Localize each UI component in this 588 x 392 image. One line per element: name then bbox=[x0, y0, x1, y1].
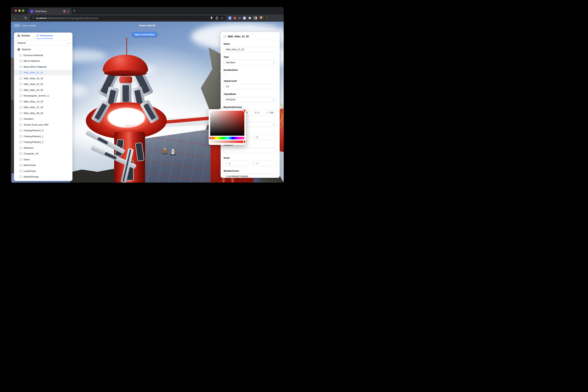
double-sided-checkbox[interactable] bbox=[224, 73, 227, 76]
scale-x-input[interactable]: X 1 bbox=[224, 161, 249, 166]
extensions-puzzle-icon[interactable] bbox=[248, 16, 252, 20]
window-controls bbox=[15, 10, 24, 12]
panel-tabs: Scenes Resources bbox=[14, 32, 72, 39]
name-input[interactable]: Wall_Atlas_01_ID bbox=[224, 47, 277, 52]
resource-type-value: Material bbox=[18, 42, 26, 44]
type-select[interactable]: Standard bbox=[224, 60, 277, 65]
minimize-window-button[interactable] bbox=[18, 10, 20, 12]
site-info-icon[interactable]: ⓘ bbox=[32, 16, 34, 20]
material-list-item[interactable]: Emissive Material bbox=[14, 52, 72, 58]
new-tab-button[interactable]: + bbox=[73, 9, 76, 12]
saturation-value-area[interactable] bbox=[210, 111, 244, 136]
material-list-item[interactable]: Windows bbox=[14, 145, 72, 151]
material-circle-icon bbox=[20, 176, 22, 178]
hue-handle[interactable] bbox=[209, 136, 212, 140]
material-circle-icon bbox=[20, 77, 22, 80]
material-list-item[interactable]: FantasyPlants4_1 bbox=[14, 134, 72, 139]
channel-value: 0 bbox=[258, 112, 259, 114]
material-list-item[interactable]: MarsPortal bbox=[14, 162, 72, 168]
browser-tab[interactable]: ∞ Third Room ✕ bbox=[28, 8, 72, 14]
material-list-item[interactable]: WebXRPortal bbox=[14, 174, 72, 180]
material-item-label: Black Mirror Material bbox=[24, 66, 46, 68]
material-list-item[interactable]: Wall_Atlas_03_ID bbox=[14, 76, 72, 82]
field-double-sided: DoubleSided bbox=[224, 69, 277, 76]
material-list-item[interactable]: FantasyPlants4_S bbox=[14, 128, 72, 134]
profile-avatar[interactable] bbox=[259, 16, 263, 20]
material-list-item[interactable]: Wall_Atlas_06_ID bbox=[14, 110, 72, 116]
tab-resources[interactable]: Resources bbox=[36, 33, 53, 39]
tower-antenna bbox=[126, 38, 127, 56]
offset-y-input[interactable]: Y 0 bbox=[251, 134, 277, 140]
close-window-button[interactable] bbox=[15, 10, 17, 12]
back-icon[interactable]: ← bbox=[12, 16, 18, 20]
chevron-down-icon bbox=[273, 62, 275, 63]
material-circle-icon bbox=[20, 112, 22, 114]
material-tree-root[interactable]: Material bbox=[14, 46, 72, 52]
field-name: Name Wall_Atlas_01_ID bbox=[224, 43, 277, 52]
rgba-channel-input[interactable]: A 100 bbox=[265, 110, 276, 115]
reload-icon[interactable]: ↻ bbox=[23, 16, 28, 20]
microphone-icon[interactable] bbox=[210, 16, 213, 20]
material-item-label: Glass bbox=[24, 158, 30, 161]
material-list-item[interactable]: FantasyPlants4_2 bbox=[14, 139, 72, 145]
material-list-item[interactable]: Numbers bbox=[14, 116, 72, 122]
saturation-handle[interactable] bbox=[243, 109, 246, 112]
url-bar[interactable]: ⓘ localhost:3000/world/!vjrzmTVOcyIsLgaA… bbox=[30, 16, 226, 20]
share-icon[interactable] bbox=[216, 16, 218, 20]
url-path: :3000/world/!vjrzmTVOcyIsLgaAkA:call.ems… bbox=[46, 17, 98, 20]
material-list-item[interactable]: Wall_Atlas_04_ID bbox=[14, 87, 72, 93]
material-item-label: Terrain Rock only URP bbox=[24, 123, 49, 126]
material-list-item[interactable]: LeonPortal bbox=[14, 168, 72, 174]
material-tree-root-label: Material bbox=[22, 48, 31, 51]
material-item-label: Mirror Material bbox=[24, 60, 40, 62]
reader-extension-icon[interactable] bbox=[243, 16, 246, 20]
scale-y-input[interactable]: Y 1 bbox=[251, 161, 277, 166]
material-list-item[interactable]: Computer_03 bbox=[14, 151, 72, 157]
chevron-down-icon bbox=[68, 42, 69, 44]
material-item-label: LeonPortal bbox=[24, 170, 36, 172]
y-prefix: Y bbox=[254, 162, 255, 165]
red-diamond-extension-icon[interactable] bbox=[233, 16, 236, 20]
open-script-editor-button[interactable]: Open Script Editor bbox=[132, 32, 158, 37]
tab-scenes[interactable]: Scenes bbox=[17, 32, 30, 38]
bookmark-star-icon[interactable]: ☆ bbox=[221, 16, 224, 20]
alpha-handle[interactable] bbox=[243, 140, 246, 143]
hue-slider[interactable] bbox=[210, 137, 244, 139]
rgba-channel-input[interactable]: B 0 bbox=[253, 110, 265, 115]
material-list-item[interactable]: Wall_Atlas_01_ID bbox=[14, 70, 72, 76]
metallic-input[interactable]: 0.5419999957084656 bbox=[224, 174, 277, 178]
material-list-item[interactable]: Rectangular_Screen_C bbox=[14, 93, 72, 99]
alpha-mode-select[interactable]: OPAQUE bbox=[224, 97, 277, 102]
side-panel-icon[interactable] bbox=[254, 17, 257, 19]
zoom-window-button[interactable] bbox=[22, 10, 24, 12]
material-circle-icon bbox=[20, 100, 22, 103]
x-prefix: X bbox=[226, 162, 227, 165]
material-list-item[interactable]: Wall_Atlas_13_ID bbox=[14, 99, 72, 104]
tab-close-icon[interactable]: ✕ bbox=[67, 10, 70, 13]
channel-letter: B bbox=[255, 112, 257, 114]
material-list-item[interactable]: Wall_Atlas_07_ID bbox=[14, 104, 72, 110]
3d-viewport[interactable]: ESC Open Overlay Home World 0 Notificati… bbox=[11, 22, 284, 182]
material-list-item[interactable]: Terrain Rock only URP bbox=[14, 122, 72, 128]
notifications-label[interactable]: 0 Notifications bbox=[260, 24, 275, 27]
browser-menu-icon[interactable]: ⋮ bbox=[266, 16, 268, 20]
material-circle-icon bbox=[20, 94, 22, 97]
url-host: localhost bbox=[36, 17, 46, 20]
browser-toolbar: ← → ↻ ⓘ localhost:3000/world/!vjrzmTVOcy… bbox=[11, 14, 284, 22]
material-list-item[interactable]: Mirror Material bbox=[14, 58, 72, 64]
tower-arm bbox=[120, 82, 132, 105]
material-circle-icon bbox=[20, 124, 22, 126]
rotation-input[interactable] bbox=[224, 148, 277, 153]
material-list-item[interactable]: Black Mirror Material bbox=[14, 64, 72, 70]
alpha-cutoff-input[interactable]: 0.5 bbox=[224, 84, 277, 89]
material-list-item[interactable]: Glass bbox=[14, 157, 72, 162]
channel-letter: A bbox=[266, 112, 268, 114]
material-item-label: Wall_Atlas_13_ID bbox=[24, 100, 43, 103]
chevron-down-icon bbox=[273, 98, 275, 100]
recycle-extension-icon[interactable]: ♻ bbox=[238, 16, 241, 20]
resource-type-select[interactable]: Material bbox=[16, 40, 71, 46]
material-list-item[interactable]: Wall_Atlas_02_ID bbox=[14, 81, 72, 87]
alpha-slider[interactable] bbox=[210, 140, 244, 143]
forward-icon[interactable]: → bbox=[18, 16, 23, 20]
password-manager-extension-icon[interactable] bbox=[228, 16, 232, 20]
